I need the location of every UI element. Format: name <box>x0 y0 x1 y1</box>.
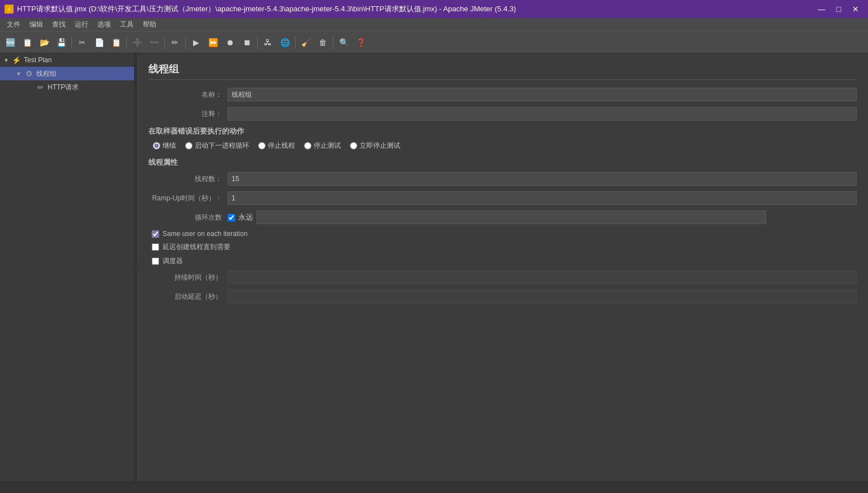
menu-item-选项[interactable]: 选项 <box>93 18 116 31</box>
title-bar: ⚡ HTTP请求默认值.jmx (D:\软件\开发工具\压力测试（Jmeter）… <box>0 0 868 18</box>
title-bar-left: ⚡ HTTP请求默认值.jmx (D:\软件\开发工具\压力测试（Jmeter）… <box>5 4 516 14</box>
radio-continue-input[interactable] <box>153 142 160 149</box>
sidebar-item-httprequest[interactable]: ✏ HTTP请求 <box>0 80 134 94</box>
startup-delay-input[interactable] <box>228 290 857 303</box>
loop-count-input[interactable] <box>256 211 766 224</box>
save-icon: 💾 <box>57 38 66 46</box>
minimize-button[interactable]: — <box>814 3 829 15</box>
duration-input[interactable] <box>228 271 857 284</box>
app-icon: ⚡ <box>5 5 14 14</box>
toolbar-edit-button[interactable]: ✏ <box>167 35 183 50</box>
tree-arrow-threadgroup: ▼ <box>16 71 24 77</box>
copy-icon: 📄 <box>95 38 104 46</box>
loop-count-label: 循环次数 <box>148 213 228 222</box>
radio-stop-test-input[interactable] <box>304 142 311 149</box>
loop-check-area: 永远 <box>228 211 766 224</box>
toolbar-remote-button[interactable]: 🖧 <box>260 35 276 50</box>
httprequest-label: HTTP请求 <box>48 83 79 92</box>
help-icon: ❓ <box>356 38 366 46</box>
name-input[interactable] <box>228 88 857 101</box>
ramp-up-input[interactable] <box>228 191 857 205</box>
radio-stop-now[interactable]: 立即停止测试 <box>350 141 400 151</box>
comment-label: 注释： <box>148 109 228 119</box>
menu-item-编辑[interactable]: 编辑 <box>25 18 48 31</box>
remove-icon: ➖ <box>149 38 159 46</box>
toolbar-paste-button[interactable]: 📋 <box>108 35 124 50</box>
ramp-up-label: Ramp-Up时间（秒）： <box>148 194 228 203</box>
duration-row: 持续时间（秒） <box>148 271 857 284</box>
comment-input[interactable] <box>228 107 857 121</box>
radio-stop-thread[interactable]: 停止线程 <box>258 141 295 151</box>
delay-create-row: 延迟创建线程直到需要 <box>152 242 857 252</box>
scheduler-checkbox[interactable] <box>152 258 159 265</box>
menu-item-查找[interactable]: 查找 <box>48 18 70 31</box>
forever-checkbox[interactable] <box>228 214 235 221</box>
testplan-label: Test Plan <box>24 56 52 64</box>
name-row: 名称： <box>148 88 857 101</box>
toolbar-sep-6 <box>295 36 296 49</box>
edit-icon: ✏ <box>172 38 178 46</box>
radio-continue-label: 继续 <box>163 141 176 151</box>
toolbar-open-button[interactable]: 📂 <box>36 35 52 50</box>
name-label: 名称： <box>148 90 228 100</box>
close-button[interactable]: ✕ <box>848 3 863 15</box>
sidebar-item-threadgroup[interactable]: ▼ ⚙ 线程组 <box>0 67 134 80</box>
menu-item-运行[interactable]: 运行 <box>70 18 93 31</box>
radio-stop-test[interactable]: 停止测试 <box>304 141 341 151</box>
scheduler-label: 调度器 <box>163 256 183 266</box>
menu-item-文件[interactable]: 文件 <box>2 18 25 31</box>
title-bar-text: HTTP请求默认值.jmx (D:\软件\开发工具\压力测试（Jmeter）\a… <box>17 4 516 14</box>
comment-row: 注释： <box>148 107 857 121</box>
thread-attrs-title: 线程属性 <box>148 157 857 168</box>
toolbar-sep-2 <box>126 36 127 49</box>
startup-delay-row: 启动延迟（秒） <box>148 290 857 303</box>
thread-count-label: 线程数： <box>148 174 228 184</box>
startup-delay-label: 启动延迟（秒） <box>148 292 228 302</box>
same-user-checkbox[interactable] <box>152 230 159 238</box>
radio-continue[interactable]: 继续 <box>153 141 176 151</box>
thread-count-row: 线程数： <box>148 172 857 186</box>
clear-icon: 🧹 <box>301 38 311 46</box>
sidebar-item-testplan[interactable]: ▼ ⚡ Test Plan <box>0 53 134 67</box>
same-user-row: Same user on each iteration <box>152 230 857 238</box>
menu-bar: 文件编辑查找运行选项工具帮助 <box>0 18 868 32</box>
toolbar-shutdown-button[interactable]: ⏹ <box>239 35 255 50</box>
radio-stop-now-label: 立即停止测试 <box>360 141 400 151</box>
clearall-icon: 🗑 <box>319 38 327 46</box>
maximize-button[interactable]: □ <box>831 3 846 15</box>
section-title: 线程组 <box>148 62 857 80</box>
toolbar-add-button[interactable]: ➕ <box>129 35 145 50</box>
radio-stop-test-label: 停止测试 <box>314 141 341 151</box>
toolbar-help-button[interactable]: ❓ <box>353 35 369 50</box>
remote2-icon: 🌐 <box>280 38 290 46</box>
thread-count-input[interactable] <box>228 172 857 186</box>
threadgroup-icon: ⚙ <box>24 68 34 79</box>
radio-next-loop[interactable]: 启动下一进程循环 <box>185 141 249 151</box>
toolbar-new-button[interactable]: 🆕 <box>2 35 18 50</box>
cut-icon: ✂ <box>79 38 85 46</box>
toolbar-save-button[interactable]: 💾 <box>53 35 69 50</box>
toolbar-clearall-button[interactable]: 🗑 <box>315 35 331 50</box>
radio-stop-thread-label: 停止线程 <box>268 141 295 151</box>
toolbar-start-nopause-button[interactable]: ⏩ <box>205 35 221 50</box>
error-action-section: 在取样器错误后要执行的动作 继续 启动下一进程循环 停止线程 停止测试 <box>148 126 857 151</box>
toolbar-remove-button[interactable]: ➖ <box>146 35 162 50</box>
toolbar-cut-button[interactable]: ✂ <box>74 35 90 50</box>
loop-count-row: 循环次数 永远 <box>148 211 857 224</box>
radio-next-loop-input[interactable] <box>185 142 193 149</box>
toolbar-start-button[interactable]: ▶ <box>188 35 204 50</box>
toolbar-stop-button[interactable]: ⏺ <box>222 35 238 50</box>
title-bar-controls: — □ ✕ <box>814 3 863 15</box>
toolbar-sep-5 <box>257 36 258 49</box>
radio-stop-thread-input[interactable] <box>258 142 266 149</box>
radio-stop-now-input[interactable] <box>350 142 357 149</box>
toolbar-copy-button[interactable]: 📄 <box>91 35 107 50</box>
toolbar-clear-button[interactable]: 🧹 <box>298 35 314 50</box>
httprequest-icon: ✏ <box>35 82 45 92</box>
toolbar-templates-button[interactable]: 📋 <box>19 35 35 50</box>
delay-create-checkbox[interactable] <box>152 243 159 251</box>
menu-item-工具[interactable]: 工具 <box>116 18 138 31</box>
toolbar-search-button[interactable]: 🔍 <box>336 35 352 50</box>
menu-item-帮助[interactable]: 帮助 <box>138 18 161 31</box>
toolbar-remote2-button[interactable]: 🌐 <box>277 35 293 50</box>
